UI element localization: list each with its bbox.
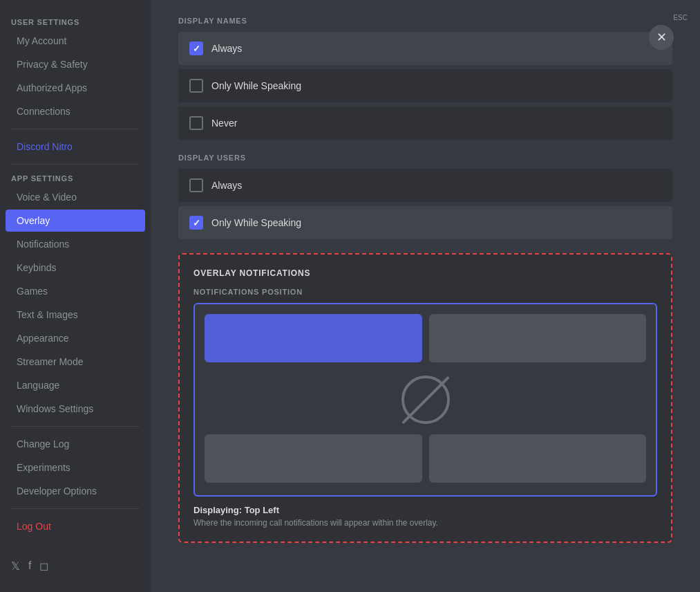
sidebar: User Settings My Account Privacy & Safet… bbox=[0, 0, 151, 592]
sidebar-item-windows-settings[interactable]: Windows Settings bbox=[6, 398, 145, 420]
display-users-always-checkbox[interactable] bbox=[189, 178, 203, 192]
sidebar-item-developer-options[interactable]: Developer Options bbox=[6, 480, 145, 502]
displaying-label: Displaying: Top Left bbox=[193, 505, 657, 515]
sidebar-item-discord-nitro[interactable]: Discord Nitro bbox=[6, 136, 145, 158]
display-info: Displaying: Top Left Where the incoming … bbox=[193, 505, 657, 528]
display-users-speaking-label: Only While Speaking bbox=[211, 217, 301, 228]
display-users-speaking-checkbox[interactable] bbox=[189, 216, 203, 230]
main-content: ✕ ESC Display Names Always Only While Sp… bbox=[151, 0, 700, 592]
overlay-notifications-box: Overlay Notifications Notifications Posi… bbox=[178, 253, 672, 543]
display-users-label: Display Users bbox=[178, 154, 672, 162]
sidebar-item-notifications[interactable]: Notifications bbox=[6, 233, 145, 255]
twitter-icon[interactable]: 𝕏 bbox=[11, 559, 20, 573]
display-names-speaking-checkbox[interactable] bbox=[189, 79, 203, 93]
display-names-never-checkbox[interactable] bbox=[189, 116, 203, 130]
sidebar-item-authorized-apps[interactable]: Authorized Apps bbox=[6, 77, 145, 99]
display-names-always-checkbox[interactable] bbox=[189, 41, 203, 55]
sidebar-item-voice-video[interactable]: Voice & Video bbox=[6, 186, 145, 208]
display-names-speaking-row[interactable]: Only While Speaking bbox=[178, 69, 672, 102]
divider-2 bbox=[11, 164, 140, 165]
display-names-never-label: Never bbox=[211, 118, 237, 129]
position-picker bbox=[193, 303, 657, 497]
sidebar-item-privacy-safety[interactable]: Privacy & Safety bbox=[6, 53, 145, 75]
esc-label: ESC bbox=[673, 14, 688, 21]
position-bottom-left-button[interactable] bbox=[205, 434, 422, 483]
close-area: ✕ ESC bbox=[673, 11, 688, 21]
instagram-icon[interactable]: ◻ bbox=[39, 559, 48, 573]
display-users-always-row[interactable]: Always bbox=[178, 169, 672, 202]
sidebar-item-overlay[interactable]: Overlay bbox=[6, 210, 145, 232]
sidebar-item-change-log[interactable]: Change Log bbox=[6, 433, 145, 455]
sidebar-item-keybinds[interactable]: Keybinds bbox=[6, 257, 145, 279]
sidebar-item-language[interactable]: Language bbox=[6, 374, 145, 396]
divider-4 bbox=[11, 508, 140, 509]
sidebar-item-experiments[interactable]: Experiments bbox=[6, 456, 145, 479]
sidebar-item-logout[interactable]: Log Out bbox=[6, 515, 145, 537]
facebook-icon[interactable]: f bbox=[28, 559, 31, 573]
sidebar-item-games[interactable]: Games bbox=[6, 280, 145, 302]
display-names-always-label: Always bbox=[211, 43, 242, 54]
social-links: 𝕏 f ◻ bbox=[0, 554, 151, 578]
display-users-always-label: Always bbox=[211, 180, 242, 191]
position-center-disabled bbox=[205, 372, 646, 427]
divider-1 bbox=[11, 129, 140, 129]
displaying-sub: Where the incoming call notifications wi… bbox=[193, 518, 657, 528]
app-settings-label: App Settings bbox=[0, 170, 151, 185]
disabled-icon bbox=[401, 376, 450, 424]
display-names-always-row[interactable]: Always bbox=[178, 32, 672, 65]
sidebar-item-text-images[interactable]: Text & Images bbox=[6, 304, 145, 326]
position-top-left-button[interactable] bbox=[205, 314, 422, 362]
position-top-right-button[interactable] bbox=[429, 314, 647, 362]
position-bottom-right-button[interactable] bbox=[429, 434, 647, 483]
sidebar-item-appearance[interactable]: Appearance bbox=[6, 327, 145, 349]
overlay-notifications-title: Overlay Notifications bbox=[193, 268, 657, 278]
user-settings-label: User Settings bbox=[0, 14, 151, 29]
sidebar-item-my-account[interactable]: My Account bbox=[6, 30, 145, 52]
sidebar-item-streamer-mode[interactable]: Streamer Mode bbox=[6, 351, 145, 373]
display-names-speaking-label: Only While Speaking bbox=[211, 80, 301, 91]
close-button[interactable]: ✕ bbox=[649, 25, 674, 50]
notifications-position-label: Notifications Position bbox=[193, 288, 657, 296]
display-users-speaking-row[interactable]: Only While Speaking bbox=[178, 206, 672, 239]
display-names-label: Display Names bbox=[178, 17, 672, 25]
sidebar-item-connections[interactable]: Connections bbox=[6, 100, 145, 122]
display-names-never-row[interactable]: Never bbox=[178, 107, 672, 140]
divider-3 bbox=[11, 426, 140, 427]
